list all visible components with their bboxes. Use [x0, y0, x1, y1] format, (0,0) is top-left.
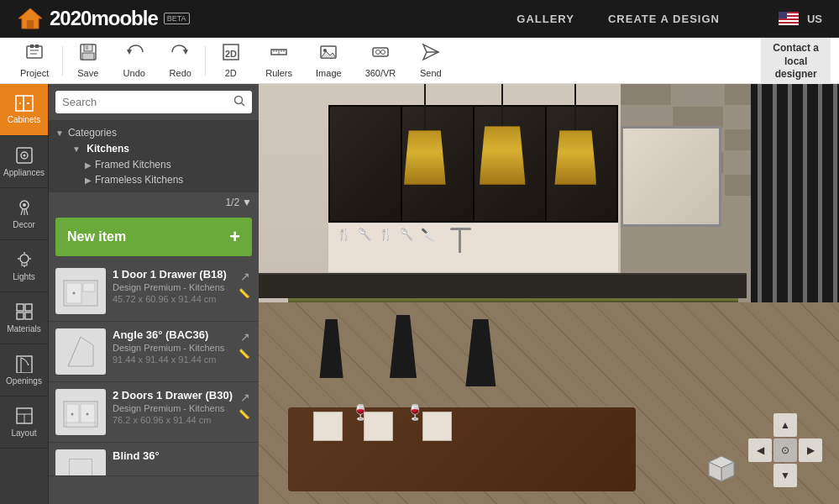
new-item-plus-icon: +	[229, 226, 240, 248]
nav-down-button[interactable]: ▼	[773, 464, 797, 487]
nav-empty-tr	[799, 413, 822, 437]
2d-label: 2D	[225, 68, 237, 78]
sidebar-item-appliances[interactable]: Appliances	[0, 136, 48, 188]
sidebar-item-layout[interactable]: Layout	[0, 396, 48, 449]
cabinets-label: Cabinets	[8, 115, 40, 124]
nav-left-button[interactable]: ◀	[748, 438, 772, 462]
nav-right-button[interactable]: ▶	[799, 438, 822, 462]
frameless-expand-icon: ▶	[85, 176, 92, 185]
create-design-link[interactable]: CREATE A DESIGN	[608, 13, 720, 25]
svg-rect-7	[779, 12, 787, 18]
item-ruler-icon[interactable]: 📏	[239, 349, 252, 360]
svg-point-46	[20, 255, 29, 263]
contact-designer-button[interactable]: 🏠 Contact a local designer	[761, 38, 831, 84]
search-area	[49, 84, 259, 120]
360vr-button[interactable]: 360/VR	[354, 39, 408, 82]
frameless-kitchens-item[interactable]: ▶ Frameless Kitchens	[55, 172, 252, 187]
project-icon	[25, 43, 44, 66]
svg-text:2D: 2D	[225, 49, 237, 59]
view-cube[interactable]	[705, 452, 738, 486]
image-button[interactable]: Image	[304, 39, 354, 82]
panel: ▼ Categories ▼ Kitchens ▶ Framed Kitchen…	[49, 84, 259, 504]
openings-label: Openings	[6, 376, 42, 386]
item-name: Blind 36°	[113, 449, 252, 462]
contact-line2: local	[784, 55, 807, 69]
item-expand-button[interactable]: ↗	[239, 328, 252, 345]
sidebar-item-materials[interactable]: Materials	[0, 292, 48, 344]
item-subtitle: Design Premium - Kitchens	[113, 343, 252, 353]
send-button[interactable]: Send	[407, 39, 454, 82]
categories-area: ▼ Categories ▼ Kitchens ▶ Framed Kitchen…	[49, 120, 259, 192]
gallery-link[interactable]: GALLERY	[517, 13, 574, 25]
svg-rect-54	[25, 312, 32, 319]
sidebar-item-cabinets[interactable]: Cabinets	[0, 84, 48, 136]
360vr-icon	[371, 43, 390, 66]
project-button[interactable]: Project	[8, 39, 60, 82]
item-thumbnail	[55, 268, 106, 314]
search-icon[interactable]	[233, 95, 245, 109]
separator-2	[205, 46, 206, 76]
svg-point-31	[375, 50, 380, 55]
sidebar-item-openings[interactable]: Openings	[0, 344, 48, 396]
svg-rect-9	[30, 45, 34, 48]
sidebar-item-lights[interactable]: Lights	[0, 240, 48, 292]
list-item[interactable]: Blind 36°	[49, 443, 259, 476]
beta-badge: BETA	[164, 13, 190, 24]
nav-center-button[interactable]: ⊙	[773, 438, 797, 462]
counter-top	[259, 273, 747, 298]
svg-rect-6	[779, 24, 799, 25]
nav-up-button[interactable]: ▲	[773, 413, 797, 437]
categories-header[interactable]: ▼ Categories	[55, 125, 252, 140]
svg-rect-53	[17, 312, 24, 319]
svg-rect-8	[27, 46, 42, 58]
redo-button[interactable]: Redo	[157, 39, 203, 82]
item-expand-button[interactable]: ↗	[239, 268, 252, 285]
undo-button[interactable]: Undo	[111, 39, 157, 82]
item-info: Blind 36°	[113, 449, 252, 462]
2d-button[interactable]: 2D 2D	[207, 39, 254, 82]
contact-line3: designer	[775, 68, 817, 81]
svg-point-56	[27, 364, 29, 365]
item-actions: ↗ 📏	[239, 328, 252, 360]
item-ruler-icon[interactable]: 📏	[239, 288, 252, 299]
logo-area[interactable]: 2020mooble BETA	[17, 7, 190, 30]
item-actions: ↗ 📏	[239, 268, 252, 299]
svg-point-45	[23, 203, 26, 207]
item-name: 2 Doors 1 Drawer (B30)	[113, 389, 252, 402]
save-icon	[79, 43, 97, 66]
item-subtitle: Design Premium - Kitchens	[113, 403, 252, 413]
new-item-button[interactable]: New item +	[55, 218, 252, 256]
svg-rect-64	[83, 283, 95, 291]
list-item[interactable]: 2 Doors 1 Drawer (B30) Design Premium - …	[49, 382, 259, 443]
backsplash: 🍴 🥄 🍴 🥄 🔪	[328, 223, 619, 273]
rulers-label: Rulers	[265, 68, 292, 78]
item-size: 91.44 x 91.44 x 91.44 cm	[113, 354, 252, 365]
sort-chevron-icon: ▼	[242, 197, 252, 208]
rulers-button[interactable]: Rulers	[254, 39, 304, 82]
sidebar-item-decor[interactable]: Decor	[0, 188, 48, 240]
redo-icon	[171, 43, 190, 66]
framed-kitchens-item[interactable]: ▶ Framed Kitchens	[55, 157, 252, 172]
svg-line-61	[242, 103, 245, 107]
canvas-area[interactable]: 🍴 🥄 🍴 🥄 🔪	[259, 84, 839, 504]
logo-2020: 2020	[50, 7, 91, 29]
kitchens-category[interactable]: ▼ Kitchens	[55, 140, 252, 157]
item-ruler-icon[interactable]: 📏	[239, 409, 252, 420]
nav-empty-tl	[748, 413, 772, 437]
sort-button[interactable]: 1/2 ▼	[225, 197, 252, 208]
search-input[interactable]	[62, 96, 228, 108]
rulers-icon	[270, 43, 288, 66]
list-item[interactable]: Angle 36° (BAC36) Design Premium - Kitch…	[49, 322, 259, 382]
item-size: 45.72 x 60.96 x 91.44 cm	[113, 294, 252, 304]
items-list: 1 Door 1 Drawer (B18) Design Premium - K…	[49, 261, 259, 504]
save-label: Save	[77, 68, 98, 78]
image-icon	[319, 43, 338, 66]
materials-label: Materials	[7, 324, 41, 333]
separator-1	[62, 46, 63, 76]
appliances-label: Appliances	[3, 168, 45, 177]
lang-label[interactable]: US	[807, 13, 822, 25]
decor-icon	[15, 198, 34, 217]
list-item[interactable]: 1 Door 1 Drawer (B18) Design Premium - K…	[49, 261, 259, 322]
save-button[interactable]: Save	[65, 39, 111, 82]
item-expand-button[interactable]: ↗	[239, 389, 252, 406]
